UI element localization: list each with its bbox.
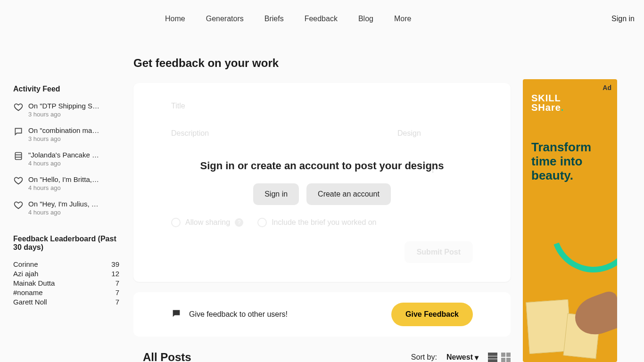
feed-item[interactable]: "Jolanda's Pancake …4 hours ago — [13, 151, 119, 167]
all-posts-heading: All Posts — [143, 351, 191, 362]
leaderboard-title: Feedback Leaderboard (Past 30 days) — [13, 235, 119, 252]
brief-icon — [13, 151, 24, 161]
feed-item[interactable]: On "DTP Shipping S…3 hours ago — [13, 102, 119, 118]
leaderboard-row[interactable]: Corinne39 — [13, 260, 119, 268]
grid-view-icon[interactable] — [501, 353, 511, 362]
feed-item[interactable]: On "Hello, I'm Britta,…4 hours ago — [13, 175, 119, 191]
heart-icon — [13, 102, 24, 112]
feedback-bar: Give feedback to other users! Give Feedb… — [133, 292, 511, 337]
leaderboard-row[interactable]: Garett Noll7 — [13, 298, 119, 306]
ad-tagline: Transform time into beauty. — [531, 140, 609, 183]
posts-header: All Posts Sort by: Newest▾ — [133, 351, 511, 362]
feed-item-title: On "combination ma… — [28, 126, 119, 134]
top-nav: Home Generators Briefs Feedback Blog Mor… — [0, 0, 644, 38]
feedback-bar-text: Give feedback to other users! — [189, 310, 288, 319]
nav-blog[interactable]: Blog — [358, 15, 373, 23]
leaderboard-count: 12 — [111, 270, 119, 278]
leaderboard-name: #noname — [13, 288, 43, 296]
ad-banner[interactable]: Ad SKILLSHare. Transform time into beaut… — [523, 79, 617, 362]
nav-briefs[interactable]: Briefs — [264, 15, 284, 23]
leaderboard-name: Garett Noll — [13, 298, 47, 306]
overlay-heading: Sign in or create an account to post you… — [200, 160, 444, 172]
nav-generators[interactable]: Generators — [206, 15, 244, 23]
sidebar: Activity Feed On "DTP Shipping S…3 hours… — [13, 38, 119, 362]
ad-tag: Ad — [603, 84, 611, 91]
feed-item-time: 4 hours ago — [28, 160, 119, 167]
leaderboard-count: 7 — [116, 279, 119, 287]
feed-item-time: 3 hours ago — [28, 111, 119, 118]
feed-item-title: On "Hey, I'm Julius, … — [28, 200, 119, 208]
feed-item-time: 4 hours ago — [28, 209, 119, 216]
nav-more[interactable]: More — [394, 15, 411, 23]
overlay-create-account-button[interactable]: Create an account — [306, 183, 391, 205]
leaderboard-name: Azi ajah — [13, 270, 38, 278]
leaderboard-name: Corinne — [13, 260, 38, 268]
give-feedback-button[interactable]: Give Feedback — [391, 303, 473, 326]
feed-item-time: 4 hours ago — [28, 184, 119, 191]
signin-overlay: Sign in or create an account to post you… — [133, 83, 511, 282]
signin-link[interactable]: Sign in — [611, 15, 635, 23]
heart-icon — [13, 175, 24, 186]
overlay-signin-button[interactable]: Sign in — [253, 183, 299, 205]
page-title: Get feedback on your work — [133, 57, 511, 70]
activity-feed-title: Activity Feed — [13, 85, 119, 93]
nav-feedback[interactable]: Feedback — [305, 15, 338, 23]
right-column: Ad SKILLSHare. Transform time into beaut… — [523, 38, 617, 362]
post-form-card: Title Description Design + Allow sharing… — [133, 83, 511, 282]
feed-item-title: "Jolanda's Pancake … — [28, 151, 119, 159]
list-view-icon[interactable] — [488, 353, 497, 362]
feed-item[interactable]: On "Hey, I'm Julius, …4 hours ago — [13, 200, 119, 216]
leaderboard-row[interactable]: #noname7 — [13, 288, 119, 296]
leaderboard-count: 39 — [111, 260, 119, 268]
leaderboard-row[interactable]: Azi ajah12 — [13, 270, 119, 278]
feed-item-title: On "DTP Shipping S… — [28, 102, 119, 110]
svg-rect-0 — [15, 153, 21, 160]
feed-item[interactable]: On "combination ma…3 hours ago — [13, 126, 119, 142]
comment-icon — [13, 126, 24, 137]
leaderboard-name: Mainak Dutta — [13, 279, 55, 287]
nav-home[interactable]: Home — [165, 15, 185, 23]
feed-item-time: 3 hours ago — [28, 135, 119, 142]
chevron-down-icon: ▾ — [475, 353, 479, 362]
sort-select[interactable]: Newest▾ — [446, 353, 479, 362]
feed-item-title: On "Hello, I'm Britta,… — [28, 175, 119, 183]
heart-icon — [13, 200, 24, 210]
chat-icon — [171, 308, 182, 321]
leaderboard-count: 7 — [116, 288, 119, 296]
leaderboard-count: 7 — [116, 298, 119, 306]
ad-brand: SKILLSHare. — [531, 93, 609, 112]
nav-links: Home Generators Briefs Feedback Blog Mor… — [165, 15, 411, 23]
main-content: Get feedback on your work Title Descript… — [133, 38, 511, 362]
leaderboard-row[interactable]: Mainak Dutta7 — [13, 279, 119, 287]
leaderboard: Feedback Leaderboard (Past 30 days) Cori… — [13, 235, 119, 306]
sort-label: Sort by: — [411, 353, 437, 362]
